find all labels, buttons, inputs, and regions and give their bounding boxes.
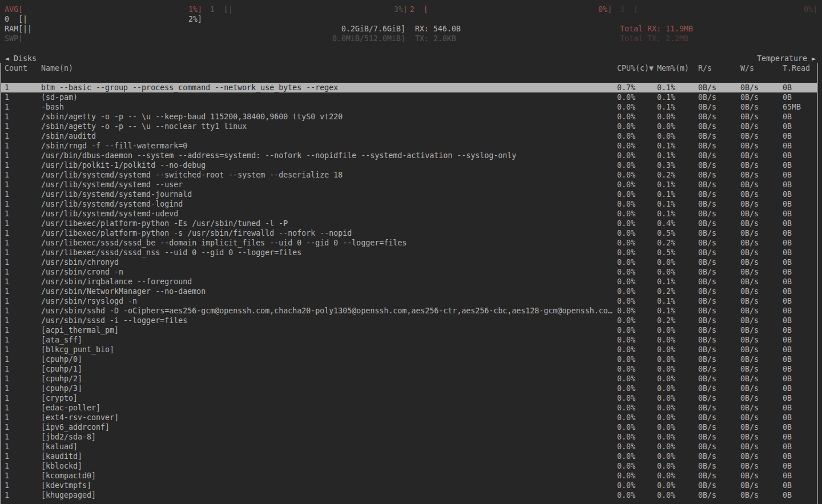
cell-tread: 0B [783,374,792,384]
cell-count: 1 [5,490,9,500]
process-row[interactable]: 1/usr/sbin/NetworkManager --no-daemon0.0… [0,287,822,296]
process-row[interactable]: 1[kdevtmpfs]0.0%0.0%0B/s0B/s0B [0,481,822,490]
cpu-core2-gauge-label: 2 [ [410,5,428,14]
cell-tread: 0B [783,461,792,471]
process-row[interactable]: 1[ipv6_addrconf]0.0%0.0%0B/s0B/s0B [0,422,822,432]
cell-name: [cpuhp/0] [41,354,82,364]
cell-name: [acpi_thermal_pm] [41,325,119,335]
cell-write: 0B/s [740,413,759,422]
process-row[interactable]: 1/usr/libexec/sssd/sssd_be --domain impl… [0,238,822,248]
cell-cpu: 0.0% [617,490,635,500]
cell-cpu: 0.0% [617,413,635,422]
process-row[interactable]: 1(sd-pam)0.0%0.1%0B/s0B/s0B [0,92,822,102]
process-row[interactable]: 1[acpi_thermal_pm]0.0%0.0%0B/s0B/s0B [0,325,822,335]
cell-mem: 0.0% [657,422,675,432]
process-row[interactable]: 1[ata_sff]0.0%0.0%0B/s0B/s0B [0,335,822,345]
cell-tread: 0B [783,228,792,238]
col-header-cpu-sorted[interactable]: CPU%(c)▼ [617,63,654,73]
process-row[interactable]: 1/usr/lib/systemd/systemd-logind0.0%0.1%… [0,199,822,209]
cell-tread: 0B [783,209,792,219]
process-row[interactable]: 1[cpuhp/3]0.0%0.0%0B/s0B/s0B [0,384,822,393]
process-row[interactable]: 1/usr/libexec/sssd/sssd_nss --uid 0 --gi… [0,248,822,257]
process-row[interactable]: 1[crypto]0.0%0.0%0B/s0B/s0B [0,393,822,403]
cell-read: 0B/s [698,316,716,325]
process-row[interactable]: 1[cpuhp/1]0.0%0.0%0B/s0B/s0B [0,364,822,374]
process-row[interactable]: 1/usr/lib/systemd/systemd-journald0.0%0.… [0,189,822,199]
process-row[interactable]: 1/usr/lib/systemd/systemd-udevd0.0%0.1%0… [0,209,822,219]
cell-mem: 0.0% [657,112,675,122]
col-header-mem[interactable]: Mem%(m) [657,63,689,73]
cell-count: 1 [5,374,9,384]
process-row[interactable]: 1[khugepaged]0.0%0.0%0B/s0B/s0B [0,490,822,500]
process-row[interactable]: 1[kcompactd0]0.0%0.0%0B/s0B/s0B [0,471,822,481]
process-row[interactable]: 1[cpuhp/0]0.0%0.0%0B/s0B/s0B [0,354,822,364]
process-row[interactable]: 1/sbin/rngd -f --fill-watermark=00.0%0.1… [0,141,822,151]
col-header-tread[interactable]: T.Read [783,63,810,73]
cell-read: 0B/s [698,422,716,432]
process-row[interactable]: 1[ext4-rsv-conver]0.0%0.0%0B/s0B/s0B [0,413,822,422]
process-row[interactable]: 1/sbin/agetty -o -p -- \u --keep-baud 11… [0,112,822,122]
col-header-count[interactable]: Count [5,63,27,73]
process-row[interactable]: 1btm --basic --group --process_command -… [0,83,817,92]
nav-temperature-button[interactable]: Temperature ► [757,54,816,63]
process-row[interactable]: 1[cpuhp/2]0.0%0.0%0B/s0B/s0B [0,374,822,384]
process-row[interactable]: 1[blkcg_punt_bio]0.0%0.0%0B/s0B/s0B [0,345,822,354]
process-row[interactable]: 1/usr/sbin/sssd -i --logger=files0.0%0.2… [0,316,822,325]
col-header-write[interactable]: W/s [740,63,754,73]
cpu-avg-gauge-value: 1%] [188,5,202,14]
cell-read: 0B/s [698,374,716,384]
cell-count: 1 [5,422,9,432]
cell-cpu: 0.0% [617,277,635,287]
cell-tread: 0B [783,92,792,102]
cell-mem: 0.1% [657,277,675,287]
col-header-name[interactable]: Name(n) [41,63,73,73]
process-row[interactable]: 1[kauditd]0.0%0.0%0B/s0B/s0B [0,451,822,461]
cell-cpu: 0.0% [617,131,635,141]
cell-mem: 0.0% [657,335,675,345]
cell-tread: 0B [783,151,792,160]
process-row[interactable]: 1-bash0.0%0.1%0B/s0B/s65MB [0,102,822,112]
cell-cpu: 0.0% [617,141,635,151]
process-row[interactable]: 1/sbin/agetty -o -p -- \u --noclear tty1… [0,122,822,131]
process-row[interactable]: 1/usr/sbin/sshd -D -oCiphers=aes256-gcm@… [0,306,822,316]
cell-write: 0B/s [740,209,759,219]
cell-name: [cpuhp/3] [41,384,82,393]
process-row[interactable]: 1/usr/sbin/crond -n0.0%0.0%0B/s0B/s0B [0,267,822,277]
cell-tread: 0B [783,345,792,354]
process-row[interactable]: 1[jbd2/sda-8]0.0%0.0%0B/s0B/s0B [0,432,822,442]
cell-cpu: 0.0% [617,393,635,403]
process-row[interactable]: 1/usr/lib/systemd/systemd --user0.0%0.1%… [0,180,822,189]
cell-tread: 65MB [783,102,801,112]
nav-disks-button[interactable]: ◄ Disks [5,54,37,63]
process-row[interactable]: 1/usr/libexec/platform-python -s /usr/sb… [0,228,822,238]
process-row[interactable]: 1/usr/bin/dbus-daemon --system --address… [0,151,822,160]
process-row[interactable]: 1/sbin/auditd0.0%0.0%0B/s0B/s0B [0,131,822,141]
cell-write: 0B/s [740,131,759,141]
process-row[interactable]: 1/usr/sbin/chronyd0.0%0.0%0B/s0B/s0B [0,257,822,267]
cell-write: 0B/s [740,306,759,316]
cpu-core2-gauge-value: 0%] [598,5,612,14]
process-row[interactable]: 1/usr/libexec/platform-python -Es /usr/s… [0,219,822,228]
cell-tread: 0B [783,131,792,141]
process-row[interactable]: 1[kaluad]0.0%0.0%0B/s0B/s0B [0,442,822,451]
cell-mem: 0.1% [657,189,675,199]
process-row[interactable]: 1/usr/lib/systemd/systemd --switched-roo… [0,170,822,180]
cell-write: 0B/s [740,122,759,131]
process-row[interactable]: 1/usr/sbin/irqbalance --foreground0.0%0.… [0,277,822,287]
col-header-read[interactable]: R/s [698,63,712,73]
cell-name: btm --basic --group --process_command --… [41,83,338,92]
process-row[interactable]: 1[kblockd]0.0%0.0%0B/s0B/s0B [0,461,822,471]
cell-name: /sbin/agetty -o -p -- \u --noclear tty1 … [41,122,247,131]
cell-write: 0B/s [740,442,759,451]
cell-name: [kaluad] [41,442,78,451]
cell-write: 0B/s [740,199,759,209]
cell-write: 0B/s [740,364,759,374]
cell-write: 0B/s [740,219,759,228]
cell-name: [blkcg_punt_bio] [41,345,114,354]
process-row[interactable]: 1/usr/sbin/rsyslogd -n0.0%0.1%0B/s0B/s0B [0,296,822,306]
process-row[interactable]: 1[edac-poller]0.0%0.0%0B/s0B/s0B [0,403,822,413]
cell-mem: 0.5% [657,248,675,257]
process-row[interactable]: 1/usr/lib/polkit-1/polkitd --no-debug0.0… [0,160,822,170]
cell-count: 1 [5,471,9,481]
cell-count: 1 [5,102,9,112]
